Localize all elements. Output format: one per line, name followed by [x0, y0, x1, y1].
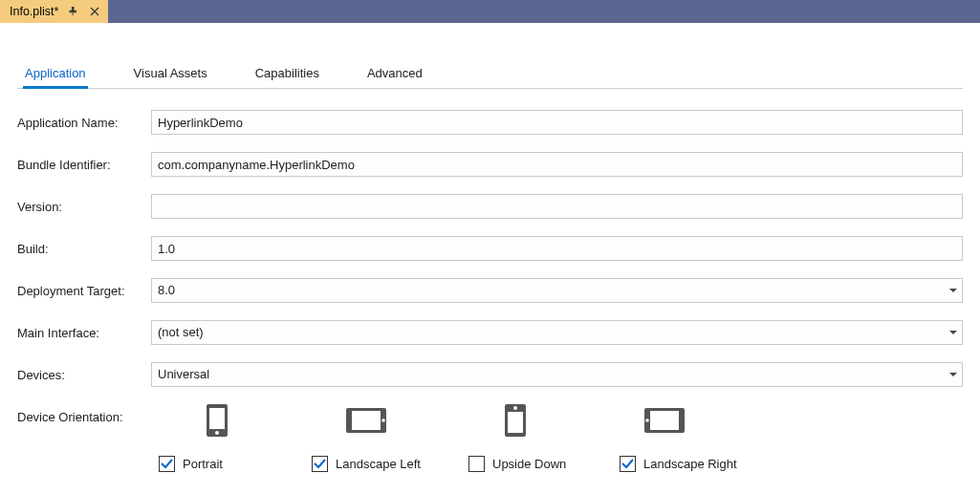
document-tab[interactable]: Info.plist* [0, 0, 108, 23]
device-upside-down-icon [501, 404, 530, 437]
checkbox-box [159, 456, 175, 472]
device-landscape-left-icon [346, 404, 386, 437]
pin-icon[interactable] [68, 6, 79, 17]
close-icon[interactable] [89, 6, 100, 17]
tab-advanced[interactable]: Advanced [365, 62, 425, 89]
input-build[interactable] [151, 236, 963, 261]
tab-visual-assets[interactable]: Visual Assets [132, 62, 209, 89]
label-deployment-target: Deployment Target: [17, 284, 151, 298]
combo-devices[interactable]: Universal [151, 362, 963, 387]
tab-capabilities[interactable]: Capabilities [253, 62, 321, 89]
checkbox-landscape-left[interactable]: Landscape Left [312, 456, 468, 472]
checkbox-upside-down[interactable]: Upside Down [468, 456, 620, 472]
checkbox-label: Landscape Right [643, 457, 737, 471]
checkbox-box [468, 456, 485, 472]
document-tab-title: Info.plist* [10, 5, 58, 18]
orientation-checkboxes: Portrait Landscape Left Upside Down Land… [17, 456, 963, 472]
orientation-icons [151, 404, 963, 437]
device-portrait-icon [203, 404, 231, 437]
section-tabs: Application Visual Assets Capabilities A… [17, 61, 963, 89]
label-devices: Devices: [17, 368, 151, 382]
combo-main-interface[interactable]: (not set) [151, 320, 963, 345]
checkbox-box [312, 456, 328, 472]
label-main-interface: Main Interface: [17, 326, 151, 340]
checkbox-landscape-right[interactable]: Landscape Right [620, 456, 782, 472]
checkbox-label: Landscape Left [336, 457, 421, 471]
combo-main-interface-value: (not set) [151, 320, 963, 345]
label-application-name: Application Name: [17, 116, 151, 130]
input-version[interactable] [151, 194, 963, 219]
checkbox-label: Portrait [183, 457, 223, 471]
input-application-name[interactable] [151, 110, 963, 135]
input-bundle-identifier[interactable] [151, 152, 963, 177]
tab-application[interactable]: Application [23, 62, 88, 89]
editor-pane: Application Visual Assets Capabilities A… [0, 23, 980, 491]
checkbox-portrait[interactable]: Portrait [159, 456, 312, 472]
label-version: Version: [17, 200, 151, 214]
label-build: Build: [17, 242, 151, 256]
combo-deployment-target-value: 8.0 [151, 278, 963, 303]
combo-devices-value: Universal [151, 362, 963, 387]
label-device-orientation: Device Orientation: [17, 404, 151, 424]
checkbox-box [620, 456, 636, 472]
label-bundle-identifier: Bundle Identifier: [17, 158, 151, 172]
combo-deployment-target[interactable]: 8.0 [151, 278, 963, 303]
title-bar: Info.plist* [0, 0, 980, 23]
checkbox-label: Upside Down [492, 457, 566, 471]
device-landscape-right-icon [644, 404, 685, 437]
